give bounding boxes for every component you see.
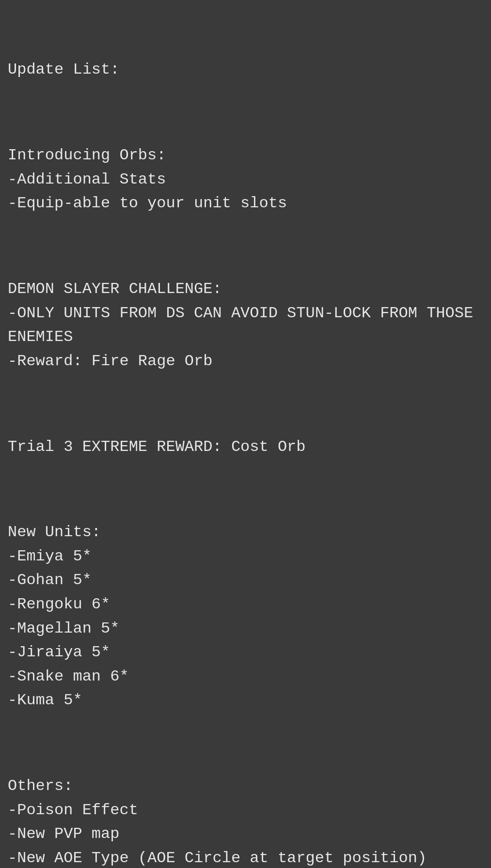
main-content: Update List: Introducing Orbs: -Addition… [8,10,483,868]
update-list-header: Update List: [8,58,483,82]
trial-reward-section: Trial 3 EXTREME REWARD: Cost Orb [8,435,483,459]
demon-slayer-challenge-section: DEMON SLAYER CHALLENGE: -ONLY UNITS FROM… [8,277,483,373]
new-units-section: New Units: -Emiya 5* -Gohan 5* -Rengoku … [8,520,483,713]
introducing-orbs-section: Introducing Orbs: -Additional Stats -Equ… [8,143,483,216]
others-section: Others: -Poison Effect -New PVP map -New… [8,774,483,868]
